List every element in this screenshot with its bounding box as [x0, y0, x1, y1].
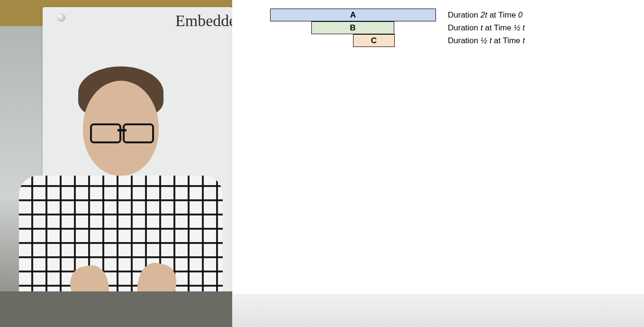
slide-shadow-area	[232, 294, 644, 327]
caption-b-time: ½ t	[514, 21, 525, 34]
caption-c-mid: at Time	[492, 34, 523, 47]
caption-a-prefix: Duration	[448, 9, 481, 21]
caption-b: Duration t at Time ½ t	[448, 21, 525, 34]
bar-a: A	[270, 9, 436, 21]
stage: Embedded A B C Duration 2t at Time 0 Dur…	[0, 0, 644, 327]
caption-a: Duration 2t at Time 0	[448, 9, 525, 21]
caption-c: Duration ½ t at Time t	[448, 34, 525, 47]
webcam-panel: Embedded	[0, 0, 232, 327]
bar-b: B	[311, 21, 394, 34]
caption-c-time: t	[523, 34, 525, 47]
caption-c-prefix: Duration	[448, 34, 481, 47]
timeline-chart: A B C	[270, 9, 441, 47]
caption-b-prefix: Duration	[448, 21, 481, 34]
floor-strip	[0, 291, 232, 327]
whiteboard-pin	[57, 13, 65, 22]
caption-b-mid: at Time	[483, 21, 514, 34]
presenter-glasses	[90, 123, 154, 140]
caption-a-mid: at Time	[487, 9, 518, 21]
timeline-captions: Duration 2t at Time 0 Duration t at Time…	[448, 9, 525, 47]
caption-c-dur: ½ t	[481, 34, 492, 47]
caption-a-time: 0	[518, 9, 522, 21]
slide-panel: A B C Duration 2t at Time 0 Duration t a…	[232, 0, 644, 294]
bar-c: C	[353, 34, 395, 47]
caption-a-dur: 2t	[481, 9, 487, 21]
